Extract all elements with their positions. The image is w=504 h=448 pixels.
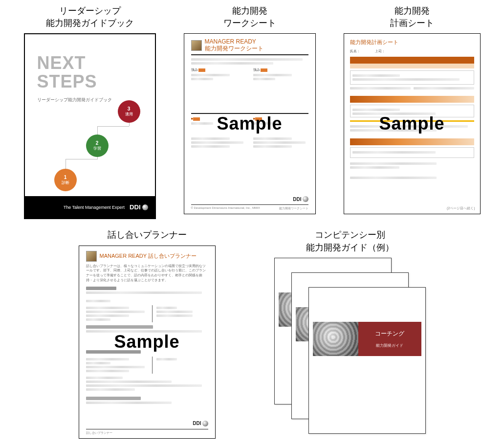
step-circle-3: 3適用	[118, 100, 140, 123]
thumb-planner: MANAGER READY 話し合いプランナー 話し合いプランナーは、様々なコミ…	[79, 246, 216, 439]
planner-brand: DDI	[193, 421, 208, 426]
caption-competency: コンピテンシー別 能力開発ガイド（例）	[306, 229, 394, 253]
thumb-worksheet: MANAGER READY 能力開発ワークシート 強み 強み ■ ■ DDI	[184, 33, 316, 214]
plansheet-meta-mgr: 上司：	[375, 49, 385, 54]
footer-tag: The Talent Management Expert	[64, 205, 125, 210]
globe-icon	[142, 204, 148, 210]
globe-icon	[202, 421, 208, 426]
caption-guidebook: リーダーシップ 能力開発ガイドブック	[46, 5, 134, 29]
planner-title: MANAGER READY 話し合いプランナー	[100, 253, 197, 259]
item-competency-guide: コンピテンシー別 能力開発ガイド（例） コーチング 能力開発ガイド	[274, 229, 426, 433]
guidebook-title-l1: NEXT	[37, 53, 86, 73]
thumb-plansheet: 能力開発計画シート 氏名： 上司： (2ページ目へ続く) Sample	[344, 33, 481, 214]
worksheet-icon	[191, 40, 202, 51]
row-1: リーダーシップ 能力開発ガイドブック NEXT STEPS リーダーシップ能力開…	[10, 5, 494, 219]
caption-worksheet: 能力開発 ワークシート	[223, 5, 276, 29]
planner-icon	[86, 251, 97, 262]
cover-sub: 能力開発ガイド	[376, 343, 403, 348]
cover-text: コーチング 能力開発ガイド	[358, 322, 421, 356]
guidebook-title: NEXT STEPS	[37, 54, 97, 91]
caption-plansheet: 能力開発 計画シート	[390, 5, 434, 29]
planner-lead: 話し合いプランナーは、様々なコミュニケーションの場面で役立つ実用的なツールです。…	[86, 264, 208, 283]
item-plansheet: 能力開発 計画シート 能力開発計画シート 氏名： 上司： (2ページ目へ続く) …	[344, 5, 481, 214]
sample-overlay: Sample	[114, 332, 179, 352]
item-planner: 話し合いプランナー MANAGER READY 話し合いプランナー 話し合いプラ…	[79, 229, 216, 438]
worksheet-brand: DDI	[293, 196, 308, 202]
thumb-guidebook: NEXT STEPS リーダーシップ能力開発ガイドブック 1診断 2学習 3適用…	[24, 33, 156, 219]
item-worksheet: 能力開発 ワークシート MANAGER READY 能力開発ワークシート 強み …	[184, 5, 316, 214]
guidebook-title-l2: STEPS	[37, 71, 97, 91]
guidebook-footer: The Talent Management Expert DDI	[25, 196, 155, 218]
guidebook-subtitle: リーダーシップ能力開発ガイドブック	[37, 97, 112, 103]
sample-overlay: Sample	[379, 113, 444, 134]
plansheet-meta-name: 氏名：	[350, 49, 360, 54]
row-2: 話し合いプランナー MANAGER READY 話し合いプランナー 話し合いプラ…	[10, 229, 494, 438]
plansheet-title: 能力開発計画シート	[350, 39, 474, 46]
item-guidebook: リーダーシップ 能力開発ガイドブック NEXT STEPS リーダーシップ能力開…	[24, 5, 156, 219]
step-circle-2: 2学習	[86, 134, 109, 157]
step-circle-1: 1診断	[54, 169, 77, 191]
plansheet-footer-note: (2ページ目へ続く)	[447, 206, 475, 211]
stack-card-front: コーチング 能力開発ガイド	[308, 287, 426, 434]
worksheet-title: MANAGER READY 能力開発ワークシート	[205, 39, 263, 52]
cover-title: コーチング	[375, 330, 404, 338]
caption-planner: 話し合いプランナー	[108, 229, 187, 241]
sample-overlay: Sample	[217, 113, 282, 134]
globe-icon	[303, 196, 308, 202]
cover-image	[313, 322, 358, 356]
brand-ddi: DDI	[130, 203, 148, 211]
thumb-competency-stack: コーチング 能力開発ガイド	[274, 258, 426, 434]
